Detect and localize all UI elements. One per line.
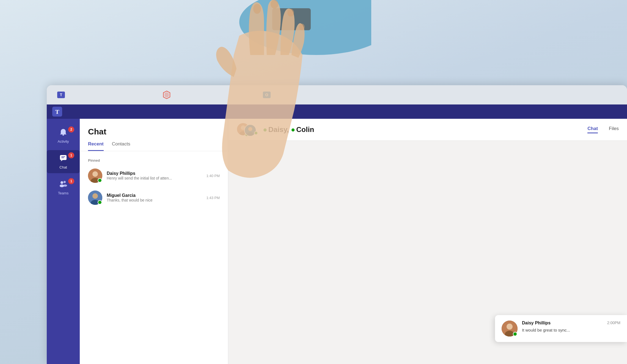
svg-point-23 [92, 171, 98, 177]
svg-point-19 [64, 181, 66, 183]
activity-badge: 2 [68, 126, 74, 133]
svg-rect-17 [61, 158, 64, 158]
chat-panel: Chat Recent Contacts Pinned [80, 119, 228, 364]
notif-content: Daisy Phillips 2:00PM It would be great … [522, 321, 620, 333]
chat-item-daisy[interactable]: Daisy Phillips Henry will send the initi… [80, 165, 228, 187]
svg-point-35 [507, 324, 513, 330]
colin-status-dot: ● [291, 125, 295, 134]
chat-label: Chat [59, 165, 67, 169]
convo-tab-chat[interactable]: Chat [587, 126, 598, 133]
conversation-names: ●Daisy, ●Colin [263, 125, 314, 134]
taskbar-teams-icon[interactable]: T [55, 89, 67, 101]
notif-message: It would be great to sync... [522, 327, 620, 333]
taskbar: T O [47, 85, 627, 104]
notification-popup[interactable]: Daisy Phillips 2:00PM It would be great … [495, 315, 627, 342]
chat-list: Pinned [80, 151, 228, 364]
daisy-preview: Henry will send the initial list of atte… [107, 176, 202, 180]
chat-badge: 1 [68, 152, 74, 158]
sidebar-item-activity[interactable]: 2 Activity [47, 124, 80, 147]
sidebar-item-chat[interactable]: 1 Chat [47, 150, 80, 173]
daisy-avatar-wrap [88, 169, 102, 183]
svg-point-26 [92, 193, 98, 199]
main-content: ●Daisy, ●Colin Chat Files [228, 119, 627, 364]
screen-frame: T O T [47, 85, 627, 364]
daisy-info: Daisy Phillips Henry will send the initi… [107, 171, 202, 180]
taskbar-office-icon[interactable] [161, 89, 173, 101]
chat-header: Chat Recent Contacts [80, 119, 228, 151]
activity-label: Activity [57, 139, 69, 144]
sidebar: 2 Activity 1 [47, 119, 80, 364]
colin-convo-status [254, 131, 258, 135]
svg-rect-14 [62, 134, 64, 136]
tab-recent[interactable]: Recent [88, 141, 104, 151]
notif-sender-name: Daisy Phillips [522, 321, 551, 326]
daisy-status-dot: ● [263, 125, 267, 134]
daisy-time: 1:40 PM [207, 174, 220, 178]
chat-item-miguel[interactable]: Miguel Garcia Thanks, that would be nice… [80, 187, 228, 209]
svg-text:T: T [55, 108, 59, 115]
activity-icon [59, 128, 67, 138]
teams-logo-icon: T [52, 107, 62, 117]
svg-text:T: T [60, 93, 62, 97]
daisy-name: Daisy Phillips [107, 171, 202, 176]
notif-header: Daisy Phillips 2:00PM [522, 321, 620, 326]
notif-status-dot [513, 332, 517, 336]
teams-label: Teams [58, 191, 68, 195]
svg-point-32 [248, 127, 252, 131]
conversation-tabs: Chat Files [587, 126, 619, 133]
miguel-time: 1:43 PM [207, 196, 220, 200]
colin-convo-name: Colin [296, 125, 314, 134]
convo-tab-files[interactable]: Files [609, 126, 619, 133]
miguel-preview: Thanks, that would be nice [107, 198, 202, 202]
miguel-name: Miguel Garcia [107, 193, 202, 198]
svg-point-18 [61, 181, 63, 184]
daisy-status [98, 178, 102, 183]
conversation-header: ●Daisy, ●Colin Chat Files [228, 119, 627, 141]
sidebar-item-teams[interactable]: 1 Teams [47, 176, 80, 199]
svg-rect-16 [61, 156, 65, 157]
chat-tabs: Recent Contacts [88, 141, 220, 151]
miguel-info: Miguel Garcia Thanks, that would be nice [107, 193, 202, 202]
conversation-avatars [237, 123, 258, 137]
teams-layout: 2 Activity 1 [47, 119, 627, 364]
chat-title: Chat [88, 127, 220, 136]
taskbar-outlook-icon[interactable]: O [261, 89, 273, 101]
miguel-avatar-wrap [88, 191, 102, 205]
daisy-convo-name: Daisy, [268, 125, 291, 134]
svg-point-33 [247, 132, 254, 136]
miguel-status [98, 200, 102, 205]
pinned-section-label: Pinned [80, 156, 228, 165]
svg-point-21 [63, 184, 67, 187]
notif-time: 2:00PM [607, 321, 620, 326]
teams-icon [59, 180, 67, 190]
teams-badge: 1 [68, 178, 74, 184]
svg-text:O: O [265, 93, 268, 97]
chat-icon [59, 154, 67, 164]
tab-contacts[interactable]: Contacts [112, 141, 130, 151]
svg-marker-9 [164, 92, 169, 98]
teams-titlebar: T [47, 104, 627, 119]
notif-avatar-wrap [502, 321, 518, 337]
teams-window: T 2 Activity [47, 104, 627, 364]
